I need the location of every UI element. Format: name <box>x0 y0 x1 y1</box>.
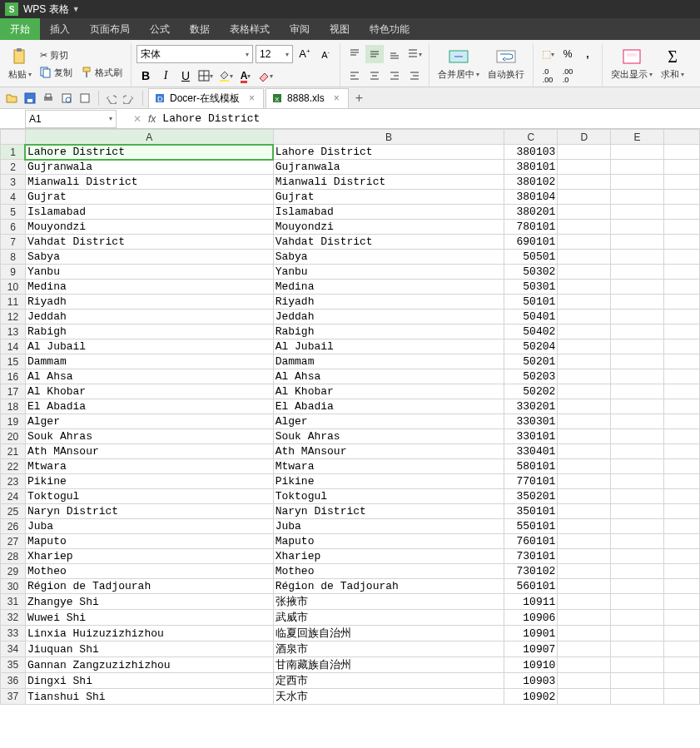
clear-format-button[interactable]: ▾ <box>256 67 275 85</box>
cell[interactable]: Gannan Zangzuzizhizhou <box>25 657 273 673</box>
cell[interactable] <box>611 280 664 295</box>
cell[interactable]: Motheo <box>25 564 273 579</box>
cell[interactable] <box>664 474 700 489</box>
cell[interactable]: 350201 <box>504 489 558 504</box>
cell[interactable]: 张掖市 <box>273 594 504 610</box>
cell[interactable]: Naryn District <box>25 504 273 519</box>
undo-button[interactable] <box>102 90 119 107</box>
cell[interactable]: Riyadh <box>273 295 504 310</box>
cell[interactable]: Mouyondzi <box>273 220 504 235</box>
cell[interactable] <box>558 564 611 579</box>
column-header[interactable]: A <box>25 130 273 145</box>
cell[interactable]: Juba <box>273 519 504 534</box>
cell[interactable]: Ath MAnsour <box>273 444 504 459</box>
cell[interactable]: Gujrat <box>273 190 504 205</box>
paste-button[interactable]: 粘贴▾ <box>5 45 35 82</box>
cell[interactable]: 10907 <box>504 641 558 657</box>
cell[interactable]: Toktogul <box>25 489 273 504</box>
column-header[interactable]: E <box>611 130 664 145</box>
tab-docer[interactable]: D Docer-在线模板 × <box>148 88 264 108</box>
cell[interactable]: Motheo <box>273 564 504 579</box>
column-header[interactable]: D <box>558 130 611 145</box>
cell[interactable]: Vahdat District <box>25 235 273 250</box>
open-button[interactable] <box>3 90 20 107</box>
cell[interactable]: Dingxi Shi <box>25 673 273 689</box>
cell[interactable]: Gujranwala <box>273 160 504 175</box>
cell[interactable] <box>664 190 700 205</box>
cell[interactable]: 50301 <box>504 280 558 295</box>
row-header[interactable]: 19 <box>1 414 26 429</box>
cut-button[interactable]: ✂剪切 <box>37 47 126 63</box>
cell[interactable] <box>611 610 664 626</box>
cell[interactable] <box>664 354 700 369</box>
cell[interactable] <box>611 519 664 534</box>
cell[interactable]: Al Jubail <box>273 339 504 354</box>
font-color-button[interactable]: A▾ <box>236 67 255 85</box>
cell[interactable] <box>558 235 611 250</box>
cell[interactable] <box>558 324 611 339</box>
cell[interactable] <box>664 579 700 594</box>
row-header[interactable]: 36 <box>1 673 26 689</box>
cell[interactable]: 380201 <box>504 205 558 220</box>
row-header[interactable]: 22 <box>1 459 26 474</box>
cell[interactable] <box>664 429 700 444</box>
cell[interactable] <box>664 145 700 160</box>
cell[interactable]: Wuwei Shi <box>25 610 273 626</box>
row-header[interactable]: 3 <box>1 175 26 190</box>
cell[interactable] <box>664 489 700 504</box>
cell[interactable] <box>611 444 664 459</box>
close-icon[interactable]: × <box>334 92 340 104</box>
row-header[interactable]: 15 <box>1 354 26 369</box>
merge-center-button[interactable]: 合并居中▾ <box>434 45 483 82</box>
cell[interactable]: Al Ahsa <box>273 369 504 384</box>
cell[interactable]: 50203 <box>504 369 558 384</box>
cell[interactable] <box>611 673 664 689</box>
cell[interactable] <box>611 474 664 489</box>
cell[interactable] <box>664 459 700 474</box>
cell[interactable] <box>664 265 700 280</box>
cell[interactable]: Toktogul <box>273 489 504 504</box>
row-header[interactable]: 13 <box>1 324 26 339</box>
cell[interactable] <box>611 220 664 235</box>
cell[interactable]: 50501 <box>504 250 558 265</box>
cell[interactable] <box>664 384 700 399</box>
cell[interactable] <box>558 399 611 414</box>
row-header[interactable]: 16 <box>1 369 26 384</box>
sum-button[interactable]: Σ 求和▾ <box>658 45 688 82</box>
increase-decimal-button[interactable]: .0.00 <box>539 67 557 85</box>
cell[interactable] <box>558 504 611 519</box>
cell[interactable] <box>558 280 611 295</box>
row-header[interactable]: 14 <box>1 339 26 354</box>
cell[interactable] <box>558 429 611 444</box>
cell[interactable]: 50204 <box>504 339 558 354</box>
cell[interactable]: Xhariep <box>25 549 273 564</box>
cell[interactable]: Dammam <box>25 354 273 369</box>
cell[interactable]: Ath MAnsour <box>25 444 273 459</box>
save-button[interactable] <box>22 90 38 107</box>
cell[interactable]: 临夏回族自治州 <box>273 626 504 641</box>
cell[interactable]: Islamabad <box>273 205 504 220</box>
cell[interactable]: 50101 <box>504 295 558 310</box>
cell[interactable]: 780101 <box>504 220 558 235</box>
add-tab-button[interactable]: + <box>349 91 370 106</box>
cell[interactable]: 10911 <box>504 594 558 610</box>
cell[interactable]: Sabya <box>273 250 504 265</box>
cell[interactable]: Gujrat <box>25 190 273 205</box>
align-right-button[interactable] <box>385 67 404 85</box>
cell[interactable]: Juba <box>25 519 273 534</box>
cell[interactable] <box>664 160 700 175</box>
cell[interactable] <box>558 250 611 265</box>
cell[interactable]: Région de Tadjourah <box>25 579 273 594</box>
cell[interactable]: 50402 <box>504 324 558 339</box>
cell[interactable] <box>611 265 664 280</box>
cell[interactable]: 380103 <box>504 145 558 160</box>
cell[interactable]: Yanbu <box>273 265 504 280</box>
cell[interactable]: 730102 <box>504 564 558 579</box>
cell[interactable] <box>664 673 700 689</box>
cell[interactable]: Mouyondzi <box>25 220 273 235</box>
menu-review[interactable]: 审阅 <box>280 18 320 40</box>
cell[interactable]: Lahore District <box>273 145 504 160</box>
align-bottom-button[interactable] <box>385 45 404 63</box>
cell[interactable] <box>664 549 700 564</box>
cell[interactable] <box>611 579 664 594</box>
